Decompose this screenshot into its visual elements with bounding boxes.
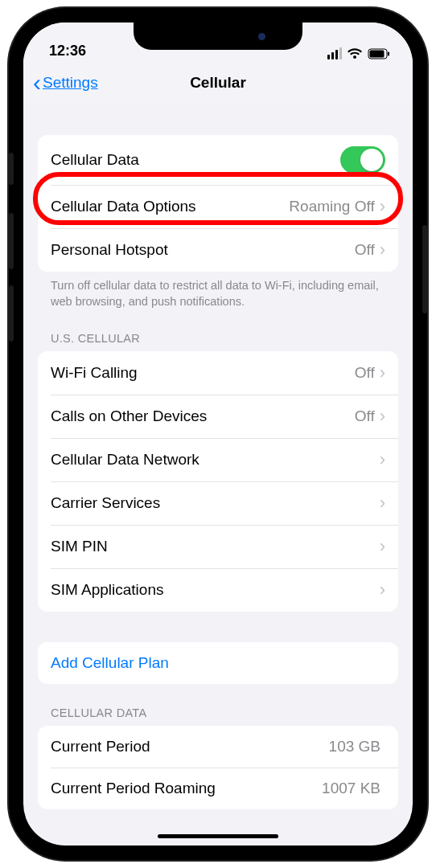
chevron-right-icon: › [380, 579, 385, 600]
row-cellular-data-options[interactable]: Cellular Data Options Roaming Off › [38, 185, 398, 228]
row-carrier-item[interactable]: SIM Applications› [38, 568, 398, 612]
group-cellular: Cellular Data Cellular Data Options Roam… [38, 135, 398, 272]
row-label: Wi-Fi Calling [51, 364, 355, 382]
row-label: Carrier Services [51, 494, 380, 512]
volume-up-button [9, 213, 14, 269]
row-detail: 1007 KB [322, 780, 380, 797]
chevron-right-icon: › [380, 362, 385, 383]
row-label: Current Period [51, 738, 329, 755]
chevron-right-icon: › [380, 449, 385, 470]
svg-rect-1 [370, 50, 385, 57]
row-label: Cellular Data Network [51, 451, 380, 469]
row-label: Add Cellular Plan [51, 654, 169, 672]
power-button [422, 225, 427, 313]
row-detail: Off [355, 241, 375, 259]
row-carrier-item[interactable]: SIM PIN› [38, 525, 398, 568]
status-time: 12:36 [49, 43, 86, 59]
group-add-plan: Add Cellular Plan [38, 642, 398, 684]
volume-down-button [9, 285, 14, 342]
back-button[interactable]: ‹ Settings [33, 71, 98, 95]
row-detail: Off [355, 407, 375, 425]
row-label: Cellular Data [51, 151, 340, 169]
row-cellular-data[interactable]: Cellular Data [38, 135, 398, 185]
phone-frame: 12:36 ‹ Settings Cellular [9, 8, 427, 860]
wifi-icon [347, 48, 363, 59]
row-label: Cellular Data Options [51, 198, 289, 215]
row-label: Personal Hotspot [51, 241, 355, 259]
chevron-right-icon: › [380, 406, 385, 427]
cellular-signal-icon [327, 47, 342, 59]
chevron-right-icon: › [380, 196, 385, 217]
row-label: Current Period Roaming [51, 780, 322, 797]
row-carrier-item[interactable]: Wi-Fi CallingOff› [38, 351, 398, 395]
chevron-right-icon: › [380, 240, 385, 260]
row-detail: 103 GB [329, 738, 380, 755]
back-label: Settings [43, 74, 98, 92]
status-icons [327, 47, 390, 59]
screen: 12:36 ‹ Settings Cellular [23, 23, 413, 845]
chevron-left-icon: ‹ [33, 71, 41, 95]
notch [134, 23, 302, 50]
row-usage-item[interactable]: Current Period Roaming1007 KB [38, 768, 398, 809]
group-usage: Current Period103 GBCurrent Period Roami… [38, 726, 398, 809]
front-camera [258, 33, 265, 40]
mute-switch [9, 153, 14, 185]
row-usage-item[interactable]: Current Period103 GB [38, 726, 398, 768]
row-label: Calls on Other Devices [51, 407, 355, 425]
row-detail: Off [355, 364, 375, 382]
chevron-right-icon: › [380, 493, 385, 514]
home-indicator[interactable] [158, 834, 278, 838]
svg-rect-2 [388, 51, 389, 55]
row-detail: Roaming Off [289, 198, 374, 215]
row-label: SIM PIN [51, 538, 380, 555]
battery-icon [368, 48, 390, 59]
group-carrier: Wi-Fi CallingOff›Calls on Other DevicesO… [38, 351, 398, 612]
page-title: Cellular [190, 74, 246, 92]
row-personal-hotspot[interactable]: Personal Hotspot Off › [38, 228, 398, 272]
row-add-cellular-plan[interactable]: Add Cellular Plan [38, 642, 398, 684]
chevron-right-icon: › [380, 536, 385, 557]
nav-bar: ‹ Settings Cellular [23, 61, 413, 104]
row-carrier-item[interactable]: Calls on Other DevicesOff› [38, 395, 398, 438]
cellular-data-toggle[interactable] [340, 146, 385, 174]
row-label: SIM Applications [51, 581, 380, 599]
content: Cellular Data Cellular Data Options Roam… [23, 104, 413, 845]
section-header-carrier: U.S. CELLULAR [38, 309, 398, 351]
section-header-usage: CELLULAR DATA [38, 684, 398, 726]
row-carrier-item[interactable]: Carrier Services› [38, 481, 398, 525]
group-footer: Turn off cellular data to restrict all d… [38, 272, 398, 309]
row-carrier-item[interactable]: Cellular Data Network› [38, 438, 398, 481]
